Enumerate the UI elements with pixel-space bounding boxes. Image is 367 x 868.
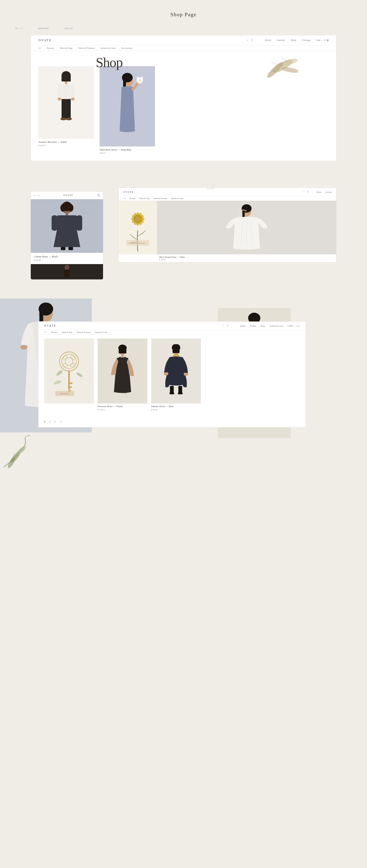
svg-text:Franciscus key: Franciscus key	[60, 393, 70, 395]
third-cat-all[interactable]: All	[44, 331, 47, 333]
cat-shirts-tops[interactable]: Shirts & Tops	[60, 47, 73, 49]
meta-number: 04 — 1	[15, 27, 23, 29]
svg-rect-38	[76, 215, 82, 230]
svg-rect-9	[62, 76, 71, 82]
product-card-salome: Salome Dress — Blue $ 99.36	[151, 339, 201, 412]
mobile-product-info: Colette Dress — Black $ 85.48	[31, 253, 103, 264]
svg-rect-96	[121, 354, 124, 357]
page-title-section: Shop Page	[0, 0, 367, 25]
third-nav-links: About Journal Shop Jackets & Coats	[240, 325, 283, 327]
third-cat-jackets[interactable]: Jackets & Coats	[95, 331, 107, 333]
page-3[interactable]: 3	[54, 420, 56, 423]
mobile-logo: OVATE	[39, 194, 97, 197]
pagination: 1 2 3 →	[38, 416, 306, 427]
meta-device: DESKTOP	[38, 27, 49, 29]
mobile-mockup: □ — 2 OVATE ☰	[31, 191, 103, 280]
tablet-search-icon[interactable]: ⚲	[307, 191, 309, 193]
third-cat-skirts[interactable]: Skirts & Trousers	[77, 331, 91, 333]
salome-info: Salome Dress — Blue $ 99.36	[151, 403, 201, 412]
tablet-cat-bar: All Dresses Shirts & Tops Skirts & Trous…	[119, 196, 336, 201]
person-icon[interactable]: ⚬	[246, 39, 248, 42]
product-image-1[interactable]	[38, 66, 94, 139]
svg-point-16	[71, 97, 75, 101]
third-cat-dresses[interactable]: Dresses	[51, 331, 57, 333]
third-nav-vintage[interactable]: Jackets & Coats	[269, 325, 283, 327]
tablet-person-icon[interactable]: ⚬	[303, 191, 305, 193]
product-price-1: $ 148.41	[38, 144, 94, 147]
svg-point-20	[66, 118, 72, 120]
svg-rect-109	[178, 393, 182, 394]
nav-link-vintage[interactable]: Vintage	[302, 39, 310, 42]
bottom-section: OVATE ⚬ ⚲ About Journal Shop Jackets & C…	[0, 299, 367, 471]
svg-rect-13	[58, 85, 61, 98]
svg-point-65	[21, 345, 27, 349]
third-cat-bar: All Dresses Shirts & Tops Skirts & Trous…	[38, 330, 306, 335]
page-title: Shop Page	[0, 11, 367, 18]
nav-link-shop[interactable]: Shop	[291, 39, 296, 42]
desktop-nav-cart[interactable]: Cart — 0 ▤	[316, 39, 329, 42]
product-spacer	[205, 339, 300, 412]
product-card-2: Open Back Dress — Deep Blue $ 96.51	[100, 66, 155, 155]
tablet-nav-journal[interactable]: Journal	[326, 191, 332, 193]
cat-dresses[interactable]: Dresses	[47, 47, 54, 49]
pagination-next[interactable]: →	[60, 420, 63, 424]
third-cat-shirts[interactable]: Shirts & Tops	[62, 331, 72, 333]
cat-skirts-trousers[interactable]: Skirts & Trousers	[78, 47, 95, 49]
bottom-botanical	[0, 413, 54, 471]
svg-rect-10	[65, 82, 67, 85]
tablet-product-image[interactable]	[157, 201, 336, 254]
nav-link-journal[interactable]: Journal	[277, 39, 285, 42]
mobile-nav: □ — 2 OVATE ☰	[31, 192, 103, 199]
tablet-cat-dresses[interactable]: Dresses	[130, 197, 136, 199]
tablet-product-name: Black Hooded Tunic — White	[157, 254, 336, 258]
tablet-product-price: $ 120.34	[157, 258, 336, 262]
tablet-cat-shirts[interactable]: Shirts & Tops	[139, 197, 150, 199]
cat-jackets-coats[interactable]: Jackets & Coats	[101, 47, 115, 49]
third-search-icon[interactable]: ⚲	[227, 324, 228, 327]
tablet-logo: OVATE	[123, 190, 134, 193]
svg-point-51	[135, 216, 141, 222]
third-nav-journal[interactable]: Journal	[250, 325, 256, 327]
third-nav-about[interactable]: About	[240, 325, 245, 327]
product-name-2: Open Back Dress — Deep Blue	[100, 148, 155, 151]
meta-row: 04 — 1 DESKTOP 1920 PX	[0, 25, 367, 31]
tablet-flower-image[interactable]: Calendula officinalis	[119, 201, 157, 254]
poetesse-image[interactable]	[98, 339, 147, 403]
svg-rect-85	[68, 386, 72, 388]
mobile-product-thumb[interactable]	[31, 264, 103, 279]
third-person-icon[interactable]: ⚬	[222, 324, 224, 327]
third-nav-cart[interactable]: CART — 0 □	[288, 324, 300, 328]
search-icon[interactable]: ⚲	[252, 39, 253, 42]
cat-all[interactable]: All	[38, 47, 41, 49]
salome-image[interactable]	[151, 339, 201, 403]
tablet-cat-jackets[interactable]: Jackets & Coats	[171, 197, 183, 199]
nav-link-about[interactable]: About	[265, 39, 271, 42]
mobile-cart-icon[interactable]: □ — 2	[34, 194, 39, 196]
poetesse-price: $ 136.51	[98, 408, 147, 411]
svg-rect-108	[170, 393, 174, 394]
tablet-nav-icons: ⚬ ⚲	[303, 191, 309, 193]
third-nav-shop[interactable]: Shop	[261, 325, 265, 327]
cat-accessories[interactable]: Accessories	[121, 47, 132, 49]
tablet-mockup: OVATE ⚬ ⚲ About Journal All Dresses Shir…	[119, 188, 336, 262]
third-logo: OVATE	[44, 324, 56, 328]
shop-title: Shop	[96, 55, 123, 70]
tablet-cat-skirts[interactable]: Skirts & Trousers	[154, 197, 167, 199]
mobile-menu-icon[interactable]: ☰	[97, 193, 100, 197]
tablet-nav-links: About Journal	[316, 191, 332, 193]
svg-rect-40	[68, 247, 73, 250]
svg-rect-14	[71, 85, 74, 98]
tablet-nav-about[interactable]: About	[316, 191, 322, 193]
svg-point-15	[58, 97, 61, 101]
desktop-nav-logo: OVATE	[38, 39, 52, 42]
salome-price: $ 99.36	[151, 408, 201, 411]
salome-name: Salome Dress — Blue	[151, 405, 201, 408]
product-image-2[interactable]	[100, 66, 155, 147]
mobile-product-image[interactable]	[31, 199, 103, 253]
desktop-category-bar: All Dresses Shirts & Tops Skirts & Trous…	[31, 45, 336, 51]
botanical-decoration	[260, 53, 298, 80]
product-price-2: $ 96.51	[100, 152, 155, 154]
product-name-1: Trousers Breeches — White	[38, 141, 94, 144]
tablet-cat-all[interactable]: All	[123, 197, 126, 199]
key-image[interactable]: Franciscus key	[44, 339, 94, 403]
